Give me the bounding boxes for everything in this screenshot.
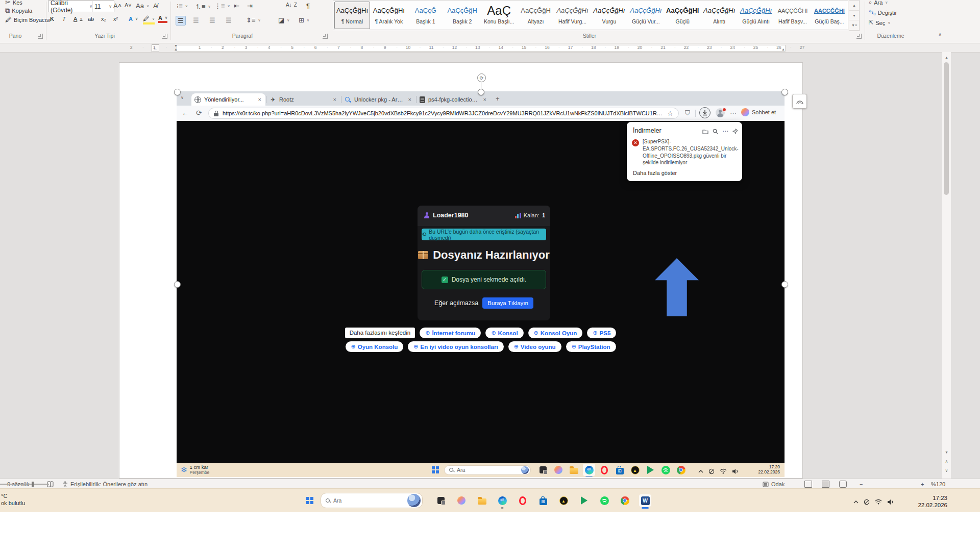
taskbar-edge-icon[interactable] [583, 464, 595, 476]
topic-tag-pill[interactable]: ⊕Konsol [485, 328, 523, 338]
wifi-icon[interactable] [875, 497, 882, 506]
bullets-button[interactable]: ⁝≡∨ [177, 2, 188, 10]
taskbar-search-box[interactable]: Ara [444, 465, 531, 475]
downloads-menu-icon[interactable]: ⋯ [722, 128, 728, 135]
gallery-scroll-down-icon[interactable]: ▼ [849, 11, 859, 21]
style-gallery-item[interactable]: AaÇçĞğHBaşlık 2 [445, 2, 480, 29]
web-layout-icon[interactable] [839, 479, 847, 489]
start-button[interactable] [432, 466, 439, 473]
bing-daily-image[interactable] [521, 466, 529, 474]
taskbar-copilot-icon[interactable] [455, 494, 468, 507]
align-center-button[interactable]: ☰ [193, 16, 199, 24]
dialog-launcher-icon[interactable] [856, 34, 862, 39]
italic-button[interactable]: T [62, 16, 66, 22]
selection-handle-middle-left[interactable] [174, 281, 181, 288]
taskbar-task-view-icon[interactable] [537, 464, 549, 476]
topic-tag-pill[interactable]: ⊕En iyi video oyun konsolları [408, 341, 503, 352]
bold-button[interactable]: K [50, 16, 54, 22]
style-gallery-scrollbar[interactable]: ▲ ▼ ▼≡ [849, 0, 860, 31]
show-formatting-marks-button[interactable]: ¶ [306, 2, 310, 10]
justify-button[interactable]: ☰ [226, 16, 232, 24]
bing-daily-image[interactable] [407, 494, 421, 507]
accessibility-status[interactable]: Erişilebilirlik: Önerilere göz atın [62, 479, 148, 489]
address-bar[interactable]: https://x0r.tc/ko.php?url=aHR0cDovL3VzMS… [208, 108, 679, 119]
hidden-icons-chevron-icon[interactable] [698, 466, 703, 475]
dialog-launcher-icon[interactable] [162, 34, 167, 39]
decrease-indent-button[interactable]: ⇤ [234, 2, 239, 10]
zoom-slider-thumb[interactable] [32, 482, 34, 487]
multilevel-list-button[interactable]: ⋮≡∨ [214, 2, 230, 10]
refresh-icon[interactable]: ⟳ [196, 109, 202, 117]
style-gallery-item[interactable]: AaÇçĞBaşlık 1 [408, 2, 444, 29]
selection-handle-middle-right[interactable] [781, 281, 788, 288]
browser-tab[interactable]: ✈Rootz× [266, 93, 340, 106]
zoom-in-button[interactable]: + [921, 479, 924, 489]
underline-button[interactable]: A∨ [74, 16, 82, 22]
style-gallery-item[interactable]: AaÇçĞğHıGüçlü Vur... [628, 2, 664, 29]
topic-tag-pill[interactable]: ⊕İnternet forumu [420, 328, 481, 338]
layout-options-button[interactable] [792, 94, 807, 109]
taskbar-yellow-badge-app-icon[interactable]: ▲ [557, 494, 570, 507]
taskbar-word-icon[interactable]: W [639, 494, 651, 507]
show-more-downloads-link[interactable]: Daha fazla göster [633, 170, 677, 176]
style-gallery-item[interactable]: AaÇçĞğHIGüçlü [665, 2, 700, 29]
zoom-out-button[interactable]: − [860, 479, 863, 489]
taskbar-green-play-icon[interactable] [644, 464, 656, 476]
copilot-chat-button[interactable]: Sohbet et [741, 108, 776, 116]
right-indent-marker[interactable]: ▲ [781, 47, 785, 51]
embedded-screenshot-image[interactable]: ∨ Yönlendiriliyor...×✈Rootz×Unlocker pkg… [177, 91, 785, 477]
shrink-font-button[interactable]: A˅ [125, 2, 132, 8]
close-tab-icon[interactable]: × [407, 96, 412, 103]
style-gallery-item[interactable]: AaÇKonu Başlı... [481, 2, 517, 29]
font-color-button[interactable]: A∨ [158, 15, 167, 23]
hidden-icons-chevron-icon[interactable] [853, 497, 859, 506]
text-effects-button[interactable]: A∨ [129, 16, 138, 22]
browser-tab[interactable]: Yönlendiriliyor...× [191, 93, 265, 106]
pin-downloads-icon[interactable] [732, 127, 738, 136]
grow-font-button[interactable]: A˄ [113, 2, 121, 10]
cut-button[interactable]: ✂Kes [5, 0, 22, 6]
taskbar-microsoft-store-icon[interactable]: ⊞ [537, 494, 549, 507]
do-not-disturb-icon[interactable] [864, 497, 870, 506]
style-gallery-item[interactable]: AaÇçĞğHıGüçlü Alıntı [738, 2, 774, 29]
read-mode-icon[interactable] [804, 479, 812, 489]
sort-button[interactable]: A↓Z [286, 2, 297, 8]
first-line-indent-marker[interactable]: ▼ [174, 44, 178, 47]
gallery-scroll-up-icon[interactable]: ▲ [849, 1, 859, 11]
url-text[interactable]: https://x0r.tc/ko.php?url=aHR0cDovL3VzMS… [223, 110, 663, 116]
search-downloads-icon[interactable] [713, 127, 718, 136]
close-tab-icon[interactable]: × [482, 96, 487, 103]
topic-tag-pill[interactable]: ⊕PlayStation [566, 341, 616, 352]
increase-indent-button[interactable]: ⇥ [247, 2, 253, 10]
scrollbar-thumb[interactable] [944, 62, 949, 195]
selection-handle-top-middle[interactable] [478, 89, 484, 95]
taskbar-chrome-icon[interactable] [619, 494, 631, 507]
numbering-button[interactable]: ⒈≡∨ [195, 2, 211, 11]
style-gallery-item[interactable]: AaÇçĞğHı¶ Aralık Yok [371, 2, 407, 29]
taskbar-copilot-icon[interactable] [552, 464, 565, 476]
do-not-disturb-icon[interactable] [708, 466, 715, 475]
scroll-up-icon[interactable]: ▲ [942, 53, 951, 61]
next-page-button[interactable]: ∨ [942, 466, 951, 474]
style-gallery-item[interactable]: AAÇÇĞĞHIGüçlü Baş... [812, 2, 847, 29]
taskbar-clock[interactable]: 17:2022.02.2026 [743, 464, 780, 474]
format-painter-button[interactable]: 🖉Biçim Boyacısı [5, 16, 51, 23]
taskbar-weather-widget[interactable]: °C ok bulutlu [1, 492, 25, 507]
collapse-ribbon-button[interactable]: ∧ [938, 32, 942, 37]
style-gallery-item[interactable]: AaÇçĞğHıAlıntı [701, 2, 737, 29]
topic-tag-pill[interactable]: ⊕Video oyunu [508, 341, 561, 352]
print-layout-icon[interactable] [822, 479, 829, 489]
line-spacing-button[interactable]: ⇕≡∨ [246, 16, 261, 24]
topic-tag-pill[interactable]: ⊕Oyun Konsolu [346, 341, 404, 352]
close-tab-icon[interactable]: × [257, 96, 262, 103]
previous-page-button[interactable]: ∧ [942, 457, 951, 465]
browser-tab[interactable]: Unlocker pkg - Arama× [341, 93, 415, 106]
topic-tag-pill[interactable]: ⊕Konsol Oyun [528, 328, 583, 338]
taskbar-chrome-icon[interactable] [675, 464, 687, 476]
selection-handle-top-left[interactable] [174, 89, 181, 95]
copy-button[interactable]: ⧉Kopyala [5, 7, 32, 15]
taskbar-green-play-icon[interactable] [578, 494, 590, 507]
style-gallery-item[interactable]: AaÇçĞğHıVurgu [591, 2, 627, 29]
dialog-launcher-icon[interactable] [323, 34, 328, 39]
highlight-button[interactable]: 🖉∨ [143, 15, 155, 24]
